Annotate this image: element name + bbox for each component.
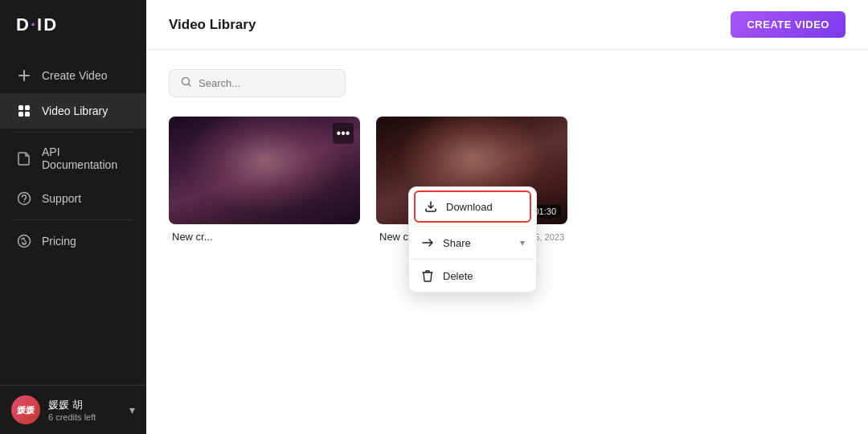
help-circle-icon xyxy=(16,190,32,207)
download-icon xyxy=(424,199,438,214)
trash-icon xyxy=(420,268,435,283)
dollar-circle-icon xyxy=(16,233,32,249)
video-card-1[interactable]: ••• New cr... xyxy=(169,117,360,243)
context-menu-label-share: Share xyxy=(443,237,471,249)
user-info: 媛媛 胡 6 credits left xyxy=(48,398,121,422)
sidebar-item-video-library[interactable]: Video Library xyxy=(0,93,146,129)
svg-point-8 xyxy=(18,235,31,248)
logo: D·ID xyxy=(0,0,146,50)
svg-rect-2 xyxy=(18,105,23,110)
svg-point-7 xyxy=(23,201,25,203)
sidebar-item-create-video[interactable]: Create Video xyxy=(0,58,146,93)
context-menu-item-delete[interactable]: Delete xyxy=(409,260,536,292)
nav-divider-2 xyxy=(13,219,133,220)
sidebar-item-label: Video Library xyxy=(42,104,108,117)
context-menu-label-download: Download xyxy=(446,201,493,213)
main-content: Video Library CREATE VIDEO ••• New cr... xyxy=(146,0,868,434)
main-body: ••• New cr... 01:30 New creative video F… xyxy=(146,50,868,434)
svg-rect-3 xyxy=(25,105,30,110)
sidebar-item-label: Create Video xyxy=(42,69,107,82)
sidebar-item-label: API Documentation xyxy=(42,145,130,171)
sidebar-item-pricing[interactable]: Pricing xyxy=(0,223,146,259)
avatar: 媛媛 xyxy=(11,395,40,424)
user-name: 媛媛 胡 xyxy=(48,398,121,412)
sidebar-item-support[interactable]: Support xyxy=(0,181,146,216)
video-name-1: New cr... xyxy=(172,231,213,243)
svg-rect-5 xyxy=(25,112,30,117)
context-menu-label-delete: Delete xyxy=(443,270,473,282)
page-title: Video Library xyxy=(169,17,256,33)
logo-text: D·ID xyxy=(16,14,58,35)
search-icon xyxy=(181,76,192,90)
main-header: Video Library CREATE VIDEO xyxy=(146,0,868,50)
sidebar-item-label: Support xyxy=(42,192,81,205)
context-menu: Download Share ▾ xyxy=(408,186,537,293)
share-submenu-arrow: ▾ xyxy=(520,237,525,248)
plus-icon xyxy=(16,68,32,84)
sidebar-item-api-docs[interactable]: API Documentation xyxy=(0,136,146,181)
nav-divider-1 xyxy=(13,132,133,133)
context-menu-item-share[interactable]: Share ▾ xyxy=(409,227,536,259)
file-icon xyxy=(16,150,32,166)
grid-icon xyxy=(16,103,32,119)
video-menu-button-1[interactable]: ••• xyxy=(333,123,354,144)
search-input[interactable] xyxy=(199,77,334,89)
create-video-button[interactable]: CREATE VIDEO xyxy=(731,11,845,38)
sidebar-user-section: 媛媛 媛媛 胡 6 credits left ▾ xyxy=(0,385,146,434)
context-menu-item-download[interactable]: Download xyxy=(414,190,531,223)
video-thumbnail-1: ••• xyxy=(169,117,360,224)
sidebar-item-label: Pricing xyxy=(42,235,76,248)
user-menu-chevron[interactable]: ▾ xyxy=(129,403,135,416)
search-bar[interactable] xyxy=(169,69,346,97)
user-credits: 6 credits left xyxy=(48,412,121,422)
sidebar-nav: Create Video Video Library xyxy=(0,50,146,385)
svg-point-6 xyxy=(18,193,31,205)
sidebar: D·ID Create Video Video L xyxy=(0,0,146,434)
share-icon xyxy=(420,235,435,250)
svg-rect-4 xyxy=(18,112,23,117)
video-info-1: New cr... xyxy=(169,224,360,243)
